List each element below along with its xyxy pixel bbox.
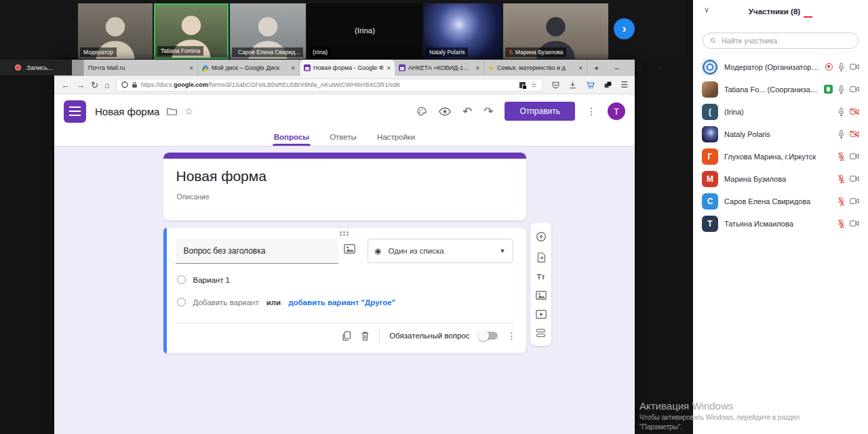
question-title-input[interactable]: Вопрос без заголовка bbox=[176, 238, 338, 264]
theme-palette-icon[interactable] bbox=[416, 106, 427, 117]
participant-name: Tatiana Fo... (Соорганизатор) bbox=[724, 85, 818, 94]
cart-icon[interactable] bbox=[585, 81, 595, 90]
form-title-card[interactable]: Новая форма Описание bbox=[163, 153, 526, 220]
tab-title: Семья, материнство и д bbox=[497, 64, 576, 71]
add-other-link[interactable]: добавить вариант "Другое" bbox=[288, 298, 395, 307]
mic-icon bbox=[837, 107, 845, 117]
question-type-select[interactable]: ◉ Один из списка ▼ bbox=[368, 239, 513, 263]
chevron-down-icon: ▼ bbox=[500, 248, 506, 254]
camera-icon bbox=[850, 175, 859, 182]
form-title[interactable]: Новая форма bbox=[176, 168, 526, 184]
forms-logo-icon[interactable] bbox=[64, 100, 86, 123]
tab-close-icon[interactable]: × bbox=[189, 64, 193, 72]
video-tile[interactable]: Tatiana Fomina bbox=[154, 3, 229, 59]
participant-row[interactable]: Г Глухова Марина, г.Иркутск bbox=[693, 145, 868, 167]
browser-tabs: ✉ Почта Mail.ru × Мой диск – Google Диск… bbox=[54, 60, 587, 76]
account-avatar[interactable]: T bbox=[608, 102, 625, 120]
participant-search[interactable] bbox=[703, 33, 859, 49]
tab-close-icon[interactable]: × bbox=[475, 64, 479, 72]
undo-icon[interactable]: ↶ bbox=[462, 104, 472, 119]
back-icon[interactable]: ← bbox=[61, 81, 70, 90]
delete-icon[interactable] bbox=[361, 331, 370, 341]
lock-icon bbox=[132, 81, 138, 88]
menu-icon[interactable]: ☰ bbox=[620, 80, 628, 90]
theme-color-band bbox=[163, 153, 526, 159]
participant-row[interactable]: Nataly Polaris bbox=[693, 123, 868, 145]
video-tile[interactable]: Nataly Polaris bbox=[424, 3, 502, 59]
browser-tab[interactable]: ★ Семья, материнство и д × bbox=[484, 60, 587, 76]
participant-name: Модератор (Организатор, я) bbox=[724, 63, 819, 71]
screen: МодераторTatiana FominaСаров Елена Свири… bbox=[0, 0, 868, 434]
import-questions-icon[interactable] bbox=[536, 252, 546, 262]
participant-name: (Irina) bbox=[724, 108, 831, 116]
move-folder-icon[interactable] bbox=[167, 107, 177, 115]
extensions-icon[interactable] bbox=[604, 81, 612, 90]
bookmark-star-icon[interactable]: ☆ bbox=[530, 81, 537, 90]
google-forms-app: Новая форма ☆ ↶ ↷ Отправить ⋮ T bbox=[54, 94, 635, 434]
container-tab-icon[interactable] bbox=[519, 82, 526, 88]
add-option-row[interactable]: Добавить вариант или добавить вариант "Д… bbox=[177, 298, 396, 307]
add-image-icon[interactable] bbox=[536, 291, 547, 300]
participant-row[interactable]: ( (Irina) bbox=[693, 100, 868, 123]
browser-tab[interactable]: АНКЕТА «КОВИД-19: ЛЕС × bbox=[395, 60, 484, 76]
panel-title: Участники (8) bbox=[749, 7, 800, 16]
duplicate-icon[interactable] bbox=[342, 331, 351, 341]
pocket-icon[interactable] bbox=[551, 81, 560, 90]
option-row-1[interactable]: Вариант 1 bbox=[177, 275, 231, 284]
question-card[interactable]: Вопрос без заголовка ◉ Один из списка ▼ … bbox=[163, 228, 526, 353]
participant-row[interactable]: М Марина Бузилова bbox=[693, 167, 868, 190]
participant-row[interactable]: С Саров Елена Свиридова bbox=[693, 190, 868, 212]
tab-close-icon[interactable]: × bbox=[387, 64, 391, 72]
browser-tab[interactable]: Мой диск – Google Диск × bbox=[198, 60, 300, 76]
add-title-icon[interactable]: Tт bbox=[536, 273, 545, 281]
add-question-icon[interactable] bbox=[536, 231, 547, 242]
mic-icon bbox=[837, 62, 845, 72]
forms-tab-Ответы[interactable]: Ответы bbox=[328, 128, 358, 146]
participant-row[interactable]: Модератор (Организатор, я) bbox=[693, 56, 868, 78]
new-tab-button[interactable]: + bbox=[587, 60, 606, 76]
maximize-button[interactable]: □ bbox=[628, 64, 650, 72]
redo-icon[interactable]: ↷ bbox=[484, 104, 493, 119]
add-option-label[interactable]: Добавить вариант bbox=[193, 298, 259, 307]
forward-icon[interactable]: → bbox=[76, 81, 85, 90]
browser-tab[interactable]: Новая форма - Google Ф × bbox=[300, 60, 395, 76]
recording-label: Запись... bbox=[26, 64, 53, 71]
forms-tab-Настройки[interactable]: Настройки bbox=[376, 128, 416, 146]
send-button[interactable]: Отправить bbox=[505, 102, 575, 121]
form-description[interactable]: Описание bbox=[177, 193, 526, 201]
browser-tab[interactable]: Почта Mail.ru × bbox=[84, 60, 198, 76]
site-info-icon[interactable] bbox=[121, 81, 128, 88]
participant-row[interactable]: Т Татьяна Исмаилова bbox=[693, 212, 868, 235]
video-tile[interactable]: Модератор bbox=[78, 3, 153, 59]
add-section-icon[interactable] bbox=[536, 329, 545, 337]
participant-row[interactable]: Tatiana Fo... (Соорганизатор) bbox=[693, 78, 868, 100]
document-title[interactable]: Новая форма bbox=[95, 106, 159, 117]
collapse-chevron-icon[interactable]: ∨ bbox=[704, 5, 709, 14]
home-icon[interactable]: ⌂ bbox=[104, 81, 110, 90]
video-tile[interactable]: Саров Елена Свирид... bbox=[230, 3, 306, 59]
star-document-icon[interactable]: ☆ bbox=[184, 106, 193, 117]
tile-name-label: Марина Бузилова bbox=[505, 47, 566, 57]
next-page-button[interactable]: › bbox=[614, 18, 635, 39]
add-image-icon[interactable] bbox=[344, 244, 355, 254]
tab-close-icon[interactable]: × bbox=[291, 64, 295, 72]
required-toggle[interactable] bbox=[479, 332, 498, 340]
add-video-icon[interactable] bbox=[536, 310, 547, 319]
address-bar[interactable]: https://docs.google.com/forms/d/1SabCGFe… bbox=[116, 79, 542, 92]
minimize-button[interactable]: – bbox=[606, 64, 628, 72]
preview-eye-icon[interactable] bbox=[439, 107, 451, 116]
url-text[interactable]: https://docs.google.com/forms/d/1SabCGFe… bbox=[141, 81, 517, 88]
close-window-button[interactable]: × bbox=[650, 64, 671, 72]
search-input[interactable] bbox=[720, 36, 851, 45]
downloads-icon[interactable] bbox=[568, 81, 577, 90]
video-tiles: МодераторTatiana FominaСаров Елена Свири… bbox=[78, 3, 608, 59]
more-options-icon[interactable]: ⋮ bbox=[587, 106, 596, 117]
forms-tab-Вопросы[interactable]: Вопросы bbox=[273, 128, 311, 146]
reload-icon[interactable]: ↻ bbox=[91, 81, 98, 90]
video-tile[interactable]: Марина Бузилова bbox=[503, 3, 608, 59]
video-tile[interactable]: (Irina)(Irina) bbox=[307, 3, 422, 59]
tab-close-icon[interactable]: × bbox=[578, 64, 583, 72]
drag-handle-icon[interactable] bbox=[340, 231, 342, 233]
avatar: М bbox=[702, 171, 718, 187]
question-more-icon[interactable]: ⋮ bbox=[507, 330, 517, 341]
